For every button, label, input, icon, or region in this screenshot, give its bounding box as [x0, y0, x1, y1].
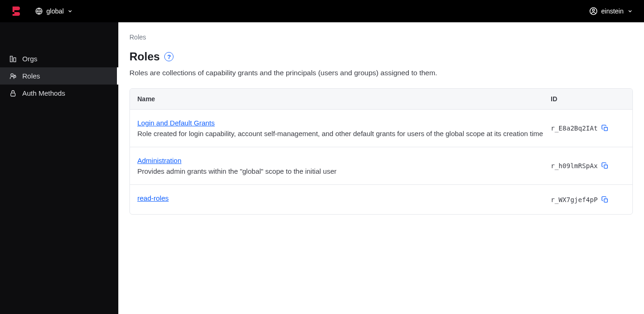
- role-id: r_E8a2Bq2IAt: [551, 124, 598, 132]
- app-header: global einstein: [0, 0, 644, 22]
- sidebar-item-auth-methods[interactable]: Auth Methods: [0, 85, 118, 102]
- roles-table: Name ID Login and Default Grants Role cr…: [129, 88, 633, 215]
- user-icon: [589, 7, 598, 15]
- role-link[interactable]: Login and Default Grants: [137, 119, 215, 127]
- page-description: Roles are collections of capability gran…: [129, 69, 633, 77]
- user-name: einstein: [601, 7, 624, 15]
- table-row: Administration Provides admin grants wit…: [130, 147, 632, 185]
- role-id-cell: r_E8a2Bq2IAt: [551, 124, 625, 132]
- role-link[interactable]: Administration: [137, 157, 181, 164]
- main-content: Roles Roles ? Roles are collections of c…: [118, 22, 644, 314]
- chevron-down-icon: [67, 8, 73, 14]
- sidebar: Orgs Roles Auth Methods: [0, 22, 118, 314]
- svg-rect-12: [604, 127, 607, 131]
- role-name-cell: Administration Provides admin grants wit…: [137, 157, 551, 175]
- user-menu[interactable]: einstein: [589, 7, 633, 15]
- scope-selector[interactable]: global: [35, 7, 73, 15]
- breadcrumb: Roles: [129, 33, 633, 41]
- role-id: r_WX7gjef4pP: [551, 196, 598, 203]
- page-title-row: Roles ?: [129, 50, 633, 63]
- role-id-cell: r_h09lmRSpAx: [551, 162, 625, 170]
- role-name-cell: read-roles: [137, 194, 551, 205]
- svg-point-3: [592, 9, 594, 12]
- role-description: Provides admin grants within the "global…: [137, 167, 551, 175]
- table-row: read-roles r_WX7gjef4pP: [130, 185, 632, 214]
- svg-rect-5: [13, 58, 16, 62]
- sidebar-item-orgs[interactable]: Orgs: [0, 50, 118, 67]
- sidebar-item-label: Orgs: [22, 55, 38, 63]
- svg-rect-13: [604, 165, 607, 168]
- globe-icon: [35, 7, 43, 15]
- roles-icon: [9, 72, 17, 80]
- role-name-cell: Login and Default Grants Role created fo…: [137, 119, 551, 137]
- svg-rect-10: [14, 76, 16, 77]
- role-description: Role created for login capability, accou…: [137, 130, 551, 137]
- lock-icon: [9, 90, 17, 97]
- role-link[interactable]: read-roles: [137, 194, 169, 202]
- help-icon[interactable]: ?: [164, 52, 174, 61]
- table-row: Login and Default Grants Role created fo…: [130, 110, 632, 147]
- orgs-icon: [9, 55, 17, 63]
- role-id: r_h09lmRSpAx: [551, 162, 598, 170]
- column-header-name: Name: [137, 95, 551, 103]
- page-title: Roles: [129, 50, 160, 63]
- scope-name: global: [46, 7, 64, 15]
- svg-rect-11: [11, 93, 15, 96]
- sidebar-item-label: Auth Methods: [22, 89, 65, 97]
- svg-point-9: [11, 73, 13, 76]
- column-header-id: ID: [551, 95, 625, 103]
- sidebar-item-label: Roles: [22, 72, 40, 80]
- copy-icon[interactable]: [601, 162, 609, 170]
- svg-rect-14: [604, 199, 607, 202]
- table-header: Name ID: [130, 89, 632, 110]
- chevron-down-icon: [627, 8, 633, 14]
- copy-icon[interactable]: [601, 196, 609, 203]
- sidebar-item-roles[interactable]: Roles: [0, 67, 118, 85]
- role-id-cell: r_WX7gjef4pP: [551, 196, 625, 203]
- copy-icon[interactable]: [601, 124, 609, 132]
- layout: Orgs Roles Auth Methods Roles Roles ? Ro…: [0, 22, 644, 314]
- header-left: global: [11, 6, 73, 17]
- app-logo[interactable]: [11, 6, 22, 17]
